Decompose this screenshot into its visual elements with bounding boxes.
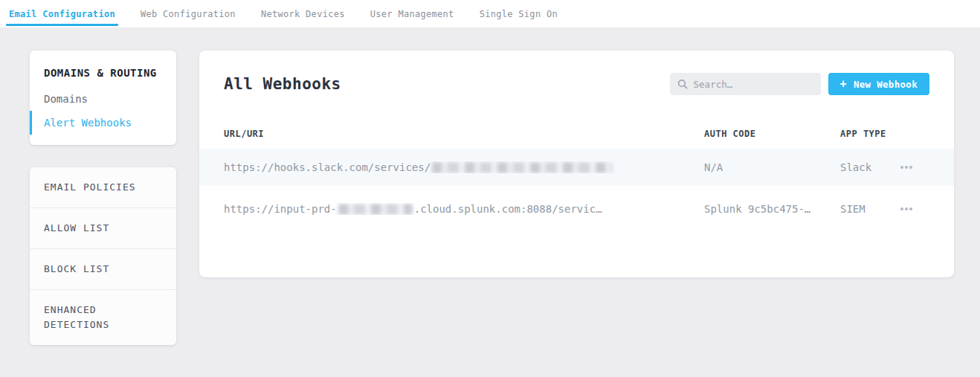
new-webhook-button[interactable]: + New Webhook bbox=[828, 73, 929, 95]
sidebar-item-alert-webhooks[interactable]: Alert Webhooks bbox=[30, 111, 176, 135]
column-header-url: URL/URI bbox=[224, 129, 704, 139]
plus-icon: + bbox=[840, 79, 847, 90]
row-menu-cell bbox=[897, 203, 929, 215]
table-row: https://hooks.slack.com/services/ N/A Sl… bbox=[199, 149, 954, 186]
ellipsis-icon[interactable] bbox=[897, 203, 915, 215]
column-header-app: APP TYPE bbox=[840, 129, 897, 139]
tab-user-management[interactable]: User Management bbox=[369, 0, 456, 28]
webhook-url-cell: https://hooks.slack.com/services/ bbox=[224, 161, 704, 173]
search-box bbox=[670, 73, 821, 95]
tab-email-configuration[interactable]: Email Configuration bbox=[7, 0, 117, 28]
auth-code-cell: Splunk 9c5bc475-… bbox=[704, 203, 840, 215]
sidebar-sections-card: EMAIL POLICIES ALLOW LIST BLOCK LIST ENH… bbox=[30, 167, 176, 345]
panel-controls: + New Webhook bbox=[670, 73, 929, 95]
sidebar-item-block-list[interactable]: BLOCK LIST bbox=[30, 248, 176, 289]
search-input[interactable] bbox=[694, 79, 813, 90]
search-icon bbox=[677, 79, 688, 89]
redacted-url-segment bbox=[338, 204, 413, 215]
auth-code-cell: N/A bbox=[704, 161, 840, 173]
domains-routing-card: DOMAINS & ROUTING Domains Alert Webhooks bbox=[30, 51, 176, 145]
row-menu-cell bbox=[897, 161, 929, 173]
webhooks-table: URL/URI AUTH CODE APP TYPE https://hooks… bbox=[224, 119, 929, 232]
top-nav-bar: Email Configuration Web Configuration Ne… bbox=[0, 0, 980, 28]
app-type-cell: Slack bbox=[840, 161, 897, 173]
sidebar-item-allow-list[interactable]: ALLOW LIST bbox=[30, 207, 176, 248]
url-prefix: https://hooks.slack.com/services/ bbox=[224, 161, 431, 173]
sidebar-item-domains[interactable]: Domains bbox=[30, 87, 176, 111]
tab-single-sign-on[interactable]: Single Sign On bbox=[478, 0, 559, 28]
tab-web-configuration[interactable]: Web Configuration bbox=[139, 0, 237, 28]
sidebar: DOMAINS & ROUTING Domains Alert Webhooks… bbox=[30, 51, 176, 345]
app-type-cell: SIEM bbox=[840, 203, 897, 215]
column-header-auth: AUTH CODE bbox=[704, 129, 840, 139]
url-prefix: https://input-prd- bbox=[224, 203, 337, 215]
domains-routing-title: DOMAINS & ROUTING bbox=[44, 67, 162, 80]
redacted-url-segment bbox=[432, 162, 613, 173]
webhooks-panel: All Webhooks + New Webhook URL/URI AU bbox=[199, 51, 954, 277]
ellipsis-icon[interactable] bbox=[897, 161, 915, 173]
sidebar-item-enhanced-detections[interactable]: ENHANCED DETECTIONS bbox=[30, 289, 176, 345]
table-row: https://input-prd- .cloud.splunk.com:808… bbox=[199, 186, 954, 232]
sidebar-item-email-policies[interactable]: EMAIL POLICIES bbox=[30, 167, 176, 207]
table-header-row: URL/URI AUTH CODE APP TYPE bbox=[224, 119, 929, 149]
url-suffix: .cloud.splunk.com:8088/servic… bbox=[414, 203, 602, 215]
panel-header: All Webhooks + New Webhook bbox=[224, 51, 929, 95]
page-content: DOMAINS & ROUTING Domains Alert Webhooks… bbox=[0, 28, 980, 345]
tab-network-devices[interactable]: Network Devices bbox=[259, 0, 346, 28]
new-webhook-button-label: New Webhook bbox=[854, 79, 918, 90]
page-title: All Webhooks bbox=[224, 75, 341, 94]
webhook-url-cell: https://input-prd- .cloud.splunk.com:808… bbox=[224, 203, 704, 215]
